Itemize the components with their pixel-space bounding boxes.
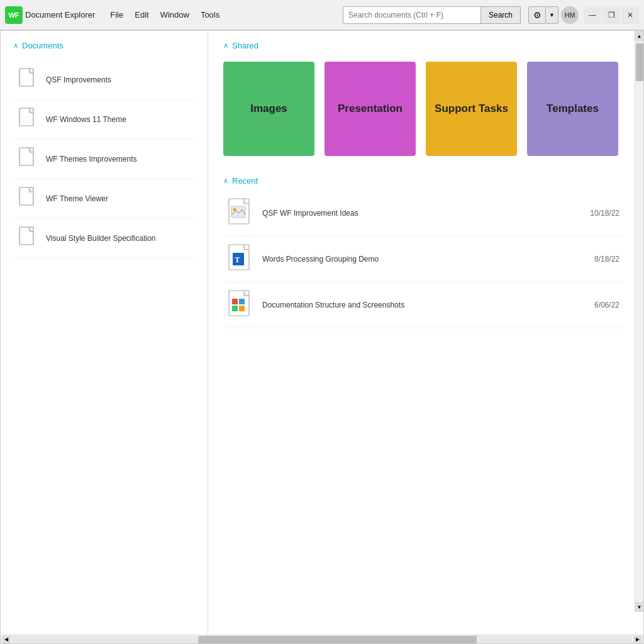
menu-edit[interactable]: Edit <box>130 8 153 21</box>
menu-bar: File Edit Window Tools <box>105 8 225 21</box>
doc-icon-1 <box>18 108 38 131</box>
titlebar-right: ⚙ ▼ HM <box>528 6 579 24</box>
menu-file[interactable]: File <box>105 8 128 21</box>
recent-date-1: 8/18/22 <box>594 255 619 264</box>
app-logo: WF <box>5 6 23 24</box>
recent-name-0: QSF WF Improvement Ideas <box>262 209 582 218</box>
vertical-scrollbar: ▲ ▼ <box>635 31 643 612</box>
search-input[interactable] <box>343 6 481 24</box>
documents-caret: ∧ <box>13 42 18 50</box>
svg-rect-14 <box>232 306 238 311</box>
recent-icon-2 <box>228 290 255 320</box>
svg-rect-12 <box>232 299 238 304</box>
folder-presentation-label: Presentation <box>338 103 402 115</box>
menu-tools[interactable]: Tools <box>196 8 225 21</box>
recent-date-0: 10/18/22 <box>590 209 619 218</box>
folder-images[interactable]: Images <box>223 62 314 156</box>
folder-support-tasks[interactable]: Support Tasks <box>426 62 517 156</box>
close-button[interactable]: ✕ <box>621 6 639 24</box>
app-title: Document Explorer <box>25 10 95 19</box>
scroll-up-arrow[interactable]: ▲ <box>635 31 644 41</box>
svg-rect-13 <box>239 299 245 304</box>
doc-name-3: WF Theme Viewer <box>46 194 108 203</box>
doc-item-0[interactable]: QSF Improvements <box>13 60 195 100</box>
main-window: ∧ Documents QSF Improvements <box>0 30 644 644</box>
folder-templates[interactable]: Templates <box>527 62 618 156</box>
doc-item-4[interactable]: Visual Style Builder Specification <box>13 219 195 258</box>
svg-text:T: T <box>235 255 240 264</box>
documents-panel: ∧ Documents QSF Improvements <box>1 31 208 635</box>
doc-name-2: WF Themes Improvements <box>46 155 136 164</box>
svg-rect-15 <box>239 306 245 311</box>
h-scroll-track[interactable] <box>12 636 632 643</box>
documents-section-header[interactable]: ∧ Documents <box>13 41 195 50</box>
recent-icon-1: T <box>228 244 255 274</box>
doc-name-0: QSF Improvements <box>46 75 111 84</box>
h-scroll-thumb <box>198 636 477 643</box>
doc-icon-4 <box>18 226 38 250</box>
doc-icon-0 <box>18 68 38 92</box>
recent-caret: ∧ <box>223 177 228 185</box>
doc-item-2[interactable]: WF Themes Improvements <box>13 140 195 179</box>
doc-item-3[interactable]: WF Theme Viewer <box>13 179 195 219</box>
window-controls: — ❐ ✕ <box>584 6 639 24</box>
documents-list: QSF Improvements WF Windows 11 Theme <box>13 60 195 258</box>
scroll-left-arrow[interactable]: ◀ <box>2 636 11 643</box>
doc-name-1: WF Windows 11 Theme <box>46 115 126 124</box>
avatar[interactable]: HM <box>561 6 579 24</box>
shared-caret: ∧ <box>223 42 228 50</box>
svg-point-7 <box>233 208 236 211</box>
recent-name-1: Words Processing Grouping Demo <box>262 255 587 264</box>
shared-section-header[interactable]: ∧ Shared <box>223 41 625 50</box>
content-area: ∧ Documents QSF Improvements <box>1 31 643 635</box>
doc-icon-2 <box>18 147 38 171</box>
recent-icon-0 <box>228 198 255 228</box>
documents-header-label: Documents <box>22 41 64 50</box>
folder-templates-label: Templates <box>547 103 599 115</box>
recent-list: QSF WF Improvement Ideas 10/18/22 T <box>223 191 625 328</box>
folder-presentation[interactable]: Presentation <box>325 62 416 156</box>
doc-name-4: Visual Style Builder Specification <box>46 234 156 243</box>
recent-item-1[interactable]: T Words Processing Grouping Demo 8/18/22 <box>223 236 625 282</box>
horizontal-scrollbar: ◀ ▶ <box>1 635 643 643</box>
search-container: Search <box>343 6 521 24</box>
scroll-down-arrow[interactable]: ▼ <box>635 602 644 612</box>
settings-button[interactable]: ⚙ <box>528 6 546 24</box>
shared-header-label: Shared <box>232 41 258 50</box>
folder-images-label: Images <box>250 103 287 115</box>
recent-section-header[interactable]: ∧ Recent <box>223 176 625 186</box>
scroll-thumb[interactable] <box>636 43 643 81</box>
settings-dropdown-arrow[interactable]: ▼ <box>546 6 558 24</box>
folder-support-tasks-label: Support Tasks <box>435 103 508 115</box>
search-button[interactable]: Search <box>481 6 521 24</box>
minimize-button[interactable]: — <box>584 6 601 24</box>
recent-item-0[interactable]: QSF WF Improvement Ideas 10/18/22 <box>223 191 625 236</box>
folders-grid: Images Presentation Support Tasks Templa… <box>223 62 625 156</box>
recent-item-2[interactable]: Documentation Structure and Screenshots … <box>223 282 625 328</box>
menu-window[interactable]: Window <box>155 8 194 21</box>
scroll-right-arrow[interactable]: ▶ <box>633 636 642 643</box>
recent-header-label: Recent <box>232 176 258 186</box>
doc-item-1[interactable]: WF Windows 11 Theme <box>13 100 195 140</box>
titlebar: WF Document Explorer File Edit Window To… <box>0 0 644 30</box>
recent-name-2: Documentation Structure and Screenshots <box>262 301 587 309</box>
right-panel: ∧ Shared Images Presentation Support Tas… <box>208 31 643 635</box>
doc-icon-3 <box>18 187 38 211</box>
maximize-button[interactable]: ❐ <box>602 6 620 24</box>
recent-date-2: 6/06/22 <box>594 301 619 309</box>
